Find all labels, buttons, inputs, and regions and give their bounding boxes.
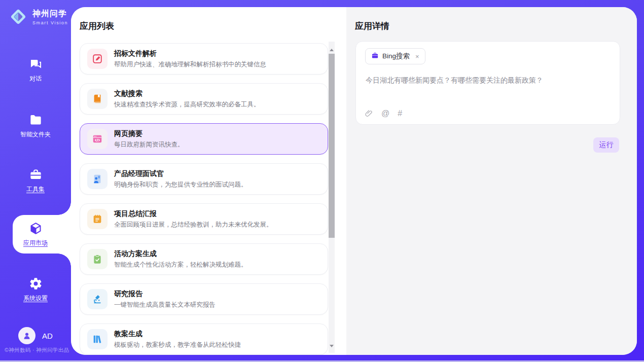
chat-icon [29,57,43,71]
microscope-icon [87,289,108,309]
scroll-down-icon[interactable] [330,345,334,347]
app-card[interactable]: 活动方案生成智能生成个性化活动方案，轻松解决规划难题。 [80,243,328,275]
folder-icon [29,113,43,127]
app-card-description: 模板驱动，教案秒成，教学准备从此轻松快捷 [114,341,241,349]
app-card-title: 教案生成 [114,330,241,339]
app-card-description: 每日政府新闻资讯快查。 [114,140,184,149]
app-card-title: 项目总结汇报 [114,209,273,219]
app-card-description: 明确身份和职责，为您提供专业性的面试问题。 [114,180,247,189]
attachment-toolbar: @# [365,109,402,118]
app-card-title: 研究报告 [114,289,216,299]
close-icon[interactable]: × [415,53,419,60]
sidebar-item-label: 应用市场 [23,239,48,247]
books-icon [87,329,108,349]
logo: 神州问学 Smart Vision [8,7,68,27]
app-card[interactable]: 研究报告一键智能生成高质量长文本研究报告 [80,283,328,315]
app-list-title: 应用列表 [80,20,114,32]
note-icon [87,209,108,229]
sidebar-item-system-settings[interactable]: 系统设置 [0,274,71,305]
sidebar: 神州问学 Smart Vision 对话智能文件夹工具集应用市场系统设置 AD … [0,0,71,362]
app-list-panel: 应用列表 招标文件解析帮助用户快速、准确地理解和解析招标书中的关键信息文献搜索快… [71,7,346,355]
paperclip-icon[interactable] [365,109,373,118]
logo-diamond-icon [8,7,28,27]
scrollbar-thumb[interactable] [329,54,335,238]
tool-tag-bing[interactable]: Bing搜索 × [365,48,425,64]
app-card-title: 网页摘要 [114,129,184,138]
active-tab-curve-bottom [58,254,71,267]
active-tab-curve-top [58,202,71,215]
run-button[interactable]: 运行 [593,137,619,153]
app-card-description: 智能生成个性化活动方案，轻松解决规划难题。 [114,261,247,269]
edit-doc-icon [87,49,108,69]
app-card-title: 活动方案生成 [114,249,247,259]
gear-icon [29,277,43,291]
at-icon[interactable]: @ [381,110,389,118]
app-card[interactable]: 教案生成模板驱动，教案秒成，教学准备从此轻松快捷 [80,323,328,355]
app-card[interactable]: 项目总结汇报全面回顾项目进展，总结经验教训，助力未来优化发展。 [80,203,328,235]
cube-icon [29,222,43,235]
hash-icon[interactable]: # [398,110,402,118]
browser-code-icon [87,129,108,149]
clipboard-check-icon [87,249,108,269]
app-card-title: 文献搜索 [114,89,260,98]
app-card-list: 招标文件解析帮助用户快速、准确地理解和解析招标书中的关键信息文献搜索快速精准查找… [80,43,328,355]
sidebar-item-label: 系统设置 [23,294,48,303]
query-text[interactable]: 今日湖北有哪些新闻要点？有哪些需要关注的最新政策？ [366,75,611,86]
app-card[interactable]: 网页摘要每日政府新闻资讯快查。 [80,123,328,155]
app-detail-panel: 应用详情 Bing搜索 × 今日湖北有哪些新闻要点？有哪些需要关注的最新政策？ … [346,7,637,355]
sidebar-footer: ©神州数码 · 神州问学出品 [5,347,71,354]
tool-tag-label: Bing搜索 [382,52,410,61]
sidebar-item-label: 工具集 [26,185,45,194]
app-detail-title: 应用详情 [355,20,389,32]
scrollbar[interactable] [329,42,335,353]
app-card[interactable]: 招标文件解析帮助用户快速、准确地理解和解析招标书中的关键信息 [80,43,328,75]
app-card-description: 一键智能生成高质量长文本研究报告 [114,301,216,309]
app-card[interactable]: 产品经理面试官明确身份和职责，为您提供专业性的面试问题。 [80,163,328,195]
toolbox-icon [29,168,43,182]
app-card-description: 帮助用户快速、准确地理解和解析招标书中的关键信息 [114,60,266,69]
prompt-card: Bing搜索 × 今日湖北有哪些新闻要点？有哪些需要关注的最新政策？ @# [355,41,620,125]
content-area: 应用列表 招标文件解析帮助用户快速、准确地理解和解析招标书中的关键信息文献搜索快… [71,7,637,355]
interviewer-icon [87,169,108,189]
sidebar-item-chat[interactable]: 对话 [0,55,71,85]
app-card-title: 招标文件解析 [114,49,266,58]
logo-subtitle: Smart Vision [32,20,68,25]
sidebar-item-label: 对话 [29,75,42,83]
sidebar-item-label: 智能文件夹 [20,130,51,139]
book-icon [87,89,108,109]
app-card[interactable]: 文献搜索快速精准查找学术资源，提高研究效率的必备工具。 [80,83,328,115]
sidebar-item-smart-folders[interactable]: 智能文件夹 [0,111,71,141]
briefcase-icon [371,52,379,61]
scroll-up-icon[interactable] [330,49,334,51]
logo-title: 神州问学 [32,9,68,19]
avatar [18,327,35,344]
sidebar-item-app-market[interactable]: 应用市场 [0,215,71,254]
user-profile[interactable]: AD [18,327,53,344]
user-initials: AD [42,332,53,340]
sidebar-item-toolset[interactable]: 工具集 [0,165,71,196]
app-card-description: 全面回顾项目进展，总结经验教训，助力未来优化发展。 [114,221,273,229]
app-card-title: 产品经理面试官 [114,169,247,178]
app-card-description: 快速精准查找学术资源，提高研究效率的必备工具。 [114,100,260,109]
